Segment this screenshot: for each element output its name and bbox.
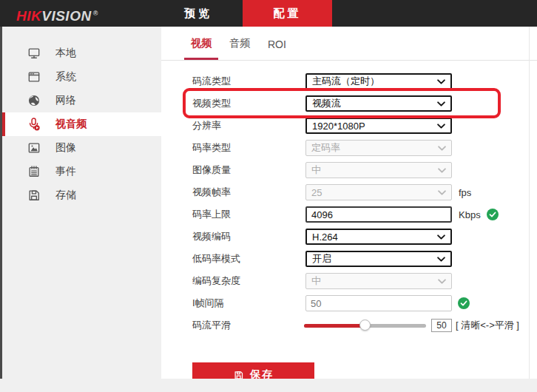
tab-preview[interactable]: 预览	[169, 0, 228, 27]
video-settings-form: 码流类型 主码流（定时） 视频类型 视频流 分辨率 1920*1080P	[161, 61, 537, 388]
sidebar-item-image[interactable]: 图像	[2, 136, 161, 160]
chevron-down-icon	[437, 257, 445, 262]
stream-type-select[interactable]: 主码流（定时）	[305, 73, 452, 89]
sidebar-item-local[interactable]: 本地	[2, 41, 161, 65]
form-row-resolution: 分辨率 1920*1080P	[161, 115, 537, 137]
sidebar-item-label: 视音频	[55, 118, 87, 131]
kbps-unit-label: Kbps	[459, 209, 481, 220]
chevron-down-icon	[438, 190, 446, 195]
form-row-iframe-interval: I帧间隔	[161, 292, 537, 314]
fps-unit-label: fps	[459, 187, 471, 198]
globe-icon	[27, 93, 41, 108]
form-row-encoding-complexity: 编码复杂度 中	[161, 270, 537, 292]
max-bitrate-input[interactable]	[305, 206, 452, 223]
bitrate-type-select: 定码率	[305, 140, 452, 156]
slider-fill	[304, 324, 365, 328]
low-bitrate-mode-select[interactable]: 开启	[305, 251, 452, 267]
monitor-icon	[27, 46, 41, 61]
select-value: 视频流	[312, 97, 341, 110]
valid-check-icon	[487, 209, 499, 220]
logo-registered-mark: ®	[93, 10, 98, 17]
form-row-frame-rate: 视频帧率 25 fps	[161, 181, 537, 203]
iframe-interval-input	[305, 295, 452, 311]
field-label: 视频类型	[192, 97, 305, 110]
sidebar-item-label: 事件	[55, 165, 76, 178]
select-value: 中	[311, 163, 321, 177]
bottom-strip	[0, 379, 537, 392]
event-icon	[27, 164, 41, 179]
form-row-max-bitrate: 码率上限 Kbps	[161, 203, 537, 226]
microphone-icon	[27, 117, 41, 132]
valid-check-icon	[458, 297, 470, 309]
sidebar-item-network[interactable]: 网络	[2, 89, 161, 112]
slider-thumb[interactable]	[359, 320, 371, 331]
field-label: 视频编码	[192, 230, 305, 243]
stream-smoothing-value-input[interactable]	[431, 319, 452, 332]
select-value: 定码率	[311, 141, 340, 155]
encoding-complexity-select: 中	[305, 273, 452, 289]
field-label: 码流平滑	[192, 319, 305, 332]
chevron-down-icon	[438, 168, 446, 173]
sidebar-item-storage[interactable]: 存储	[2, 183, 161, 207]
form-row-low-bitrate-mode: 低码率模式 开启	[161, 248, 537, 270]
select-value: 中	[311, 274, 321, 288]
hikvision-logo: HIKVISION®	[16, 0, 98, 27]
main-content: 视频 音频 ROI 码流类型 主码流（定时） 视频类型 视频流 分辨率	[161, 27, 537, 379]
form-row-stream-type: 码流类型 主码流（定时）	[161, 70, 537, 92]
chevron-down-icon	[437, 234, 445, 240]
window-icon	[27, 70, 41, 84]
video-encoding-select[interactable]: H.264	[305, 229, 452, 245]
field-label: 图像质量	[192, 163, 305, 177]
storage-icon	[27, 188, 41, 203]
image-quality-select: 中	[305, 162, 452, 178]
tab-config[interactable]: 配置	[243, 0, 332, 27]
logo-text-hik: HIK	[16, 8, 41, 24]
field-label: I帧间隔	[192, 297, 305, 310]
select-value: 1920*1080P	[312, 121, 365, 132]
field-label: 编码复杂度	[192, 274, 305, 288]
chevron-down-icon	[437, 124, 445, 129]
image-icon	[27, 141, 41, 155]
sidebar-item-label: 网络	[55, 94, 76, 107]
frame-rate-select: 25	[305, 184, 452, 200]
field-label: 码率上限	[192, 208, 305, 221]
clear-smooth-hint-label: [ 清晰<->平滑 ]	[456, 319, 519, 332]
chevron-down-icon	[437, 79, 445, 84]
field-label: 视频帧率	[192, 186, 305, 199]
sidebar-item-video-audio[interactable]: 视音频	[2, 112, 161, 136]
field-label: 码率类型	[192, 141, 305, 155]
hikvision-config-window: HIKVISION® 预览 配置 本地 系统 网络 视音频 图像 事件	[0, 0, 537, 392]
chevron-down-icon	[438, 146, 446, 151]
form-row-bitrate-type: 码率类型 定码率	[161, 137, 537, 159]
select-value: 25	[311, 187, 322, 198]
field-label: 低码率模式	[192, 252, 305, 266]
select-value: 主码流（定时）	[312, 75, 379, 88]
select-value: H.264	[312, 232, 338, 243]
sidebar-item-event[interactable]: 事件	[2, 160, 161, 183]
chevron-down-icon	[437, 101, 445, 107]
form-row-stream-smoothing: 码流平滑 [ 清晰<->平滑 ]	[161, 314, 537, 337]
sidebar-item-label: 本地	[55, 47, 76, 60]
sidebar: 本地 系统 网络 视音频 图像 事件 存储	[0, 27, 161, 379]
field-label: 分辨率	[192, 119, 305, 132]
logo-text-vision: VISION	[41, 8, 91, 24]
tab-video[interactable]: 视频	[191, 37, 212, 60]
sidebar-item-label: 存储	[55, 189, 76, 202]
form-row-video-type: 视频类型 视频流	[161, 92, 537, 115]
tab-audio[interactable]: 音频	[229, 37, 250, 60]
sidebar-item-system[interactable]: 系统	[2, 65, 161, 89]
form-row-video-encoding: 视频编码 H.264	[161, 226, 537, 248]
chevron-down-icon	[438, 279, 446, 284]
sidebar-item-label: 图像	[55, 141, 76, 155]
field-label: 码流类型	[192, 75, 305, 88]
stream-smoothing-slider[interactable]	[304, 320, 426, 331]
select-value: 开启	[312, 252, 331, 266]
top-bar: HIKVISION® 预览 配置	[0, 0, 537, 27]
content-tabs: 视频 音频 ROI	[161, 27, 537, 61]
tab-roi[interactable]: ROI	[268, 38, 286, 60]
video-type-select[interactable]: 视频流	[305, 95, 452, 112]
form-row-image-quality: 图像质量 中	[161, 159, 537, 181]
sidebar-item-label: 系统	[55, 70, 76, 84]
resolution-select[interactable]: 1920*1080P	[305, 118, 452, 134]
